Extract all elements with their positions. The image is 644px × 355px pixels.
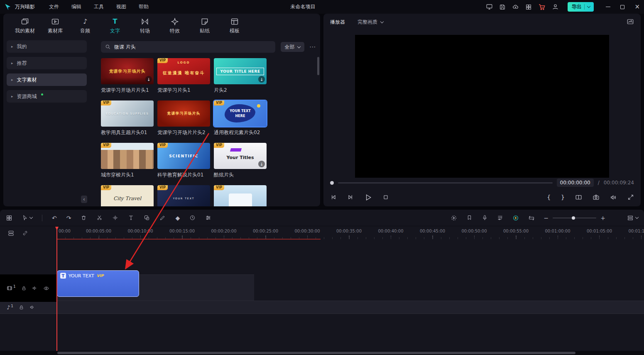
horizontal-scrollbar-thumb[interactable]	[57, 352, 575, 354]
menu-edit[interactable]: 编辑	[71, 3, 81, 10]
auto-ripple-icon[interactable]	[528, 215, 535, 221]
template-thumb[interactable]: VIPCity Travel	[101, 185, 154, 206]
lock-track-icon[interactable]	[19, 305, 24, 310]
volume-icon[interactable]	[610, 194, 617, 201]
download-icon[interactable]: ↓	[258, 161, 265, 167]
template-thumb[interactable]: VIPYour Titles↓	[214, 143, 267, 169]
expand-arrow-icon[interactable]: ▸	[11, 44, 13, 49]
delete-button[interactable]	[81, 215, 87, 221]
tab-stickers[interactable]: 贴纸	[195, 17, 214, 34]
pip-copy-icon[interactable]	[144, 215, 150, 221]
template-thumb[interactable]: 党课学习开场片头	[157, 100, 210, 127]
template-card[interactable]: VIPSCIENTIFIC 科学教育解说片头01	[157, 143, 210, 185]
play-button[interactable]	[364, 193, 372, 201]
zoom-slider-handle[interactable]	[572, 216, 575, 220]
detach-audio-icon[interactable]	[112, 215, 118, 221]
export-button[interactable]: 导出	[568, 2, 594, 12]
sidebar-item-text-assets[interactable]: ▸文字素材	[7, 73, 87, 86]
more-options-button[interactable]: ···	[310, 44, 316, 50]
tab-text[interactable]: T文字	[105, 17, 125, 34]
expand-arrow-icon[interactable]: ▸	[11, 61, 13, 65]
menu-tools[interactable]: 工具	[94, 3, 104, 10]
zoom-out-button[interactable]: −	[544, 215, 549, 221]
template-card[interactable]: VIP	[214, 185, 267, 206]
export-chevron-down-icon[interactable]	[587, 5, 590, 8]
seek-track[interactable]	[338, 182, 553, 184]
template-thumb[interactable]: VIPLOGO征途漫漫 唯有奋斗	[157, 58, 210, 84]
split-scissors-icon[interactable]	[96, 215, 103, 221]
mark-in-button[interactable]: {	[547, 194, 551, 201]
marker-icon[interactable]	[466, 215, 473, 221]
template-thumb[interactable]: VIP	[214, 185, 267, 206]
sidebar-collapse-button[interactable]: ‹	[81, 196, 87, 203]
apps-grid-icon[interactable]	[525, 4, 532, 10]
filter-dropdown[interactable]: 全部	[281, 42, 304, 52]
menu-view[interactable]: 视图	[116, 3, 126, 10]
cloud-upload-icon[interactable]	[512, 3, 519, 10]
timeline-ruler[interactable]: 00:0000:00:05:0000:00:10:0000:00:15:0000…	[57, 227, 644, 239]
render-preview-icon[interactable]	[451, 215, 457, 221]
template-card[interactable]: VIPCity Travel	[101, 185, 154, 206]
seek-handle[interactable]	[330, 181, 334, 185]
expand-arrow-icon[interactable]: ▸	[11, 78, 13, 82]
mute-track-icon[interactable]	[29, 304, 35, 310]
lock-track-icon[interactable]	[21, 286, 27, 291]
workspace-layout-icon[interactable]	[6, 215, 12, 221]
add-text-icon[interactable]	[128, 215, 134, 221]
mark-out-button[interactable]: }	[561, 194, 565, 201]
template-thumb[interactable]: VIPSCIENTIFIC	[157, 143, 210, 169]
track-layout-button[interactable]	[627, 215, 638, 221]
fullscreen-icon[interactable]	[627, 194, 634, 201]
template-thumb[interactable]: YOUR TITLE HERE↓	[214, 58, 267, 84]
template-thumb[interactable]: 党课学习开场片头↓	[101, 58, 154, 84]
sidebar-item-mine[interactable]: ▸我的	[7, 40, 87, 53]
link-clips-icon[interactable]	[22, 230, 28, 236]
select-tool-icon[interactable]	[22, 215, 32, 221]
tab-my-media[interactable]: 我的素材	[15, 17, 35, 34]
audio-track-row[interactable]	[0, 301, 644, 314]
zoom-slider[interactable]	[553, 218, 596, 218]
redo-button[interactable]: ↷	[66, 215, 71, 221]
timeline-clip-your-text[interactable]: T YOUR TEXT VIP	[57, 270, 139, 297]
sidebar-item-recommend[interactable]: ▸推荐	[7, 57, 87, 69]
zoom-in-button[interactable]: +	[600, 215, 605, 221]
voiceover-mic-icon[interactable]	[482, 215, 488, 221]
quality-dropdown[interactable]: 完整画质	[358, 19, 383, 26]
audio-mixer-icon[interactable]	[497, 215, 503, 221]
menu-file[interactable]: 文件	[49, 3, 59, 10]
template-card[interactable]: VIPYOUR TEXT	[157, 185, 210, 206]
horizontal-scrollbar[interactable]	[0, 351, 644, 355]
next-frame-button[interactable]	[347, 194, 354, 201]
template-card[interactable]: VIPEDUCATION SUPPLIES 教学用具主题片头01	[101, 100, 154, 143]
template-thumb[interactable]: VIPYOUR TEXT HERE	[214, 100, 267, 127]
tab-effects[interactable]: 特效	[165, 17, 184, 34]
minimize-button[interactable]	[606, 7, 610, 7]
user-account-icon[interactable]	[552, 3, 559, 10]
search-input[interactable]	[114, 44, 271, 50]
hide-track-eye-icon[interactable]	[43, 285, 49, 291]
template-card[interactable]: 党课学习开场片头 党课学习开场片片头2	[157, 100, 210, 143]
template-card[interactable]: YOUR TITLE HERE↓ 片头2	[214, 58, 267, 100]
stop-button[interactable]	[382, 194, 389, 201]
sidebar-item-resource-store[interactable]: ▸资源商城	[7, 90, 87, 103]
tab-audio[interactable]: ♪音频	[76, 17, 95, 34]
template-thumb[interactable]: VIP	[101, 143, 154, 169]
scopes-icon[interactable]	[627, 18, 634, 26]
keyframe-icon[interactable]: ◆	[175, 215, 180, 221]
template-thumb[interactable]: VIPEDUCATION SUPPLIES	[101, 100, 154, 127]
compare-view-icon[interactable]	[575, 194, 582, 201]
adjust-sliders-icon[interactable]	[205, 215, 211, 221]
display-mode-icon[interactable]	[486, 3, 493, 10]
template-card-selected[interactable]: VIPYOUR TEXT HERE 通用教程元素片头02	[214, 100, 267, 143]
maximize-button[interactable]	[620, 5, 624, 9]
smart-cut-icon[interactable]	[512, 215, 519, 221]
search-box[interactable]	[101, 41, 275, 53]
previous-frame-button[interactable]	[330, 194, 337, 201]
template-thumb[interactable]: VIPYOUR TEXT	[157, 185, 210, 206]
snapshot-camera-icon[interactable]	[593, 194, 600, 201]
mask-pen-icon[interactable]	[159, 215, 166, 221]
cart-icon[interactable]	[538, 3, 546, 11]
template-card[interactable]: VIPLOGO征途漫漫 唯有奋斗 党课学习片头1	[157, 58, 210, 100]
download-icon[interactable]: ↓	[145, 76, 152, 83]
vertical-scrollbar[interactable]	[317, 57, 319, 75]
